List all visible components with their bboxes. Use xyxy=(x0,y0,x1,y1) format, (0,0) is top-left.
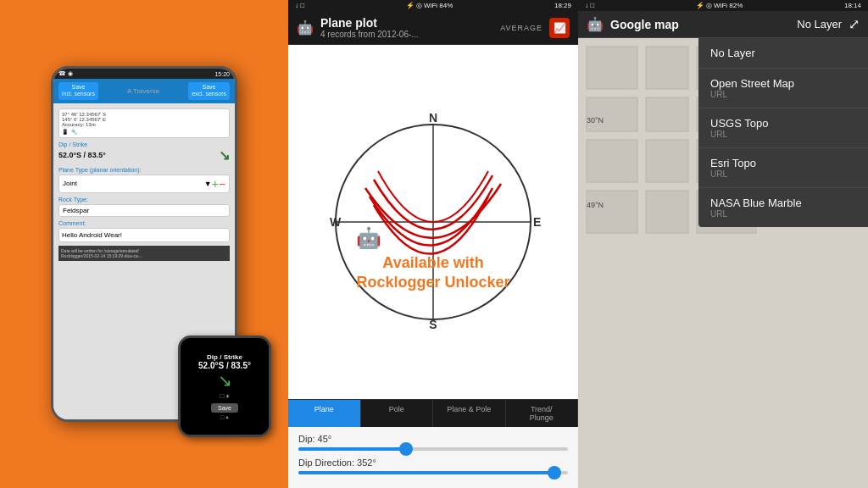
esri-topo-option-name: Esri Topo xyxy=(710,157,856,169)
svg-rect-18 xyxy=(646,191,688,233)
right-toolbar: 🤖 Google map No Layer ⤢ xyxy=(578,11,868,38)
save-incl-button[interactable]: Save incl. sensors xyxy=(58,82,98,100)
dip-strike-value: 52.0°S / 83.5° xyxy=(58,151,106,159)
svg-text:30°N: 30°N xyxy=(587,116,604,125)
svg-rect-8 xyxy=(587,47,637,89)
tab-pole[interactable]: Pole xyxy=(361,400,434,427)
middle-toolbar-title: Plane plot xyxy=(320,16,419,30)
add-icon[interactable]: + xyxy=(212,177,219,191)
right-status-icons: ⚡ ◎ WiFi 82% xyxy=(696,2,743,9)
openstreetmap-url: URL xyxy=(710,90,856,99)
plane-type-label: Plane Type (planar orientation): xyxy=(58,167,230,173)
watch-screen: Dip / Strike 52.0°S / 83.5° ↘ □ ♦ Save □… xyxy=(181,338,269,435)
nasa-blue-marble-url: URL xyxy=(710,209,856,219)
save-excl-button[interactable]: Save excl. sensors xyxy=(188,82,230,100)
dip-direction-slider-thumb[interactable] xyxy=(548,466,561,480)
svg-text:E: E xyxy=(533,215,541,229)
comment-label: Comment: xyxy=(58,220,230,226)
svg-text:W: W xyxy=(330,215,342,229)
watch-title: Dip / Strike xyxy=(207,353,242,361)
svg-rect-14 xyxy=(587,140,637,182)
overlay-text-line2: Rocklogger Unlocker xyxy=(356,273,509,292)
watch-value: 52.0°S / 83.5° xyxy=(198,361,251,370)
dropdown-item-openstreetmap[interactable]: Open Street Map URL xyxy=(698,69,868,108)
trend-icon[interactable]: 📈 xyxy=(549,18,570,38)
dip-slider-thumb[interactable] xyxy=(399,442,413,456)
dip-controls: Dip: 45° Dip Direction: 352° xyxy=(288,427,578,488)
watch-arrow: ↘ xyxy=(218,370,232,391)
dip-label: Dip: 45° xyxy=(298,434,568,444)
dip-slider[interactable] xyxy=(298,447,568,451)
right-status-time: 18:14 xyxy=(844,2,861,9)
dropdown-item-nasa-blue-marble[interactable]: NASA Blue Marble URL xyxy=(698,188,868,227)
middle-toolbar: 🤖 Plane plot 4 records from 2012-06-... … xyxy=(288,11,578,45)
gps-accuracy: Accuracy: 13m xyxy=(62,122,226,127)
svg-rect-11 xyxy=(587,97,637,131)
middle-status-time: 18:29 xyxy=(554,2,571,9)
watch-save-button[interactable]: Save xyxy=(211,403,238,413)
openstreetmap-option-name: Open Street Map xyxy=(710,77,856,90)
dip-slider-fill xyxy=(298,447,406,451)
stereonet-area: N S E W 🤖 Available with Rocklogger Unlo… xyxy=(288,45,578,399)
middle-status-bar: ↓ □ ⚡ ◎ WiFi 84% 18:29 xyxy=(288,0,578,11)
phone-toolbar: Save incl. sensors A Traverse Save excl.… xyxy=(53,79,235,103)
middle-panel: ↓ □ ⚡ ◎ WiFi 84% 18:29 🤖 Plane plot 4 re… xyxy=(288,0,578,488)
no-layer-option-name: No Layer xyxy=(710,47,856,59)
dip-direction-slider-fill xyxy=(298,471,554,474)
svg-text:49°N: 49°N xyxy=(587,201,604,209)
plane-type-input[interactable]: Joint ▼ + − xyxy=(58,175,230,193)
usgs-topo-url: URL xyxy=(710,130,856,139)
expand-icon[interactable]: ⤢ xyxy=(849,16,860,32)
phone-status-bar: ☎ ◉ 15:20 xyxy=(53,69,235,79)
dropdown-item-esri-topo[interactable]: Esri Topo URL xyxy=(698,148,868,188)
middle-status-icons: ⚡ ◎ WiFi 84% xyxy=(406,2,453,9)
map-background: 20°N 30°N 39°N 49°N ↑ No Layer Open Stre… xyxy=(578,38,868,488)
dip-row: Dip: 45° xyxy=(298,434,568,451)
data-path-info: Data will be written for /storage/emulat… xyxy=(58,246,230,261)
overlay-android-icon: 🤖 xyxy=(356,226,381,250)
no-layer-button[interactable]: No Layer xyxy=(797,18,842,30)
watch-icons: □ ♦ xyxy=(220,392,229,400)
rock-type-input[interactable]: Feldspar xyxy=(58,204,230,217)
nasa-blue-marble-option-name: NASA Blue Marble xyxy=(710,197,856,209)
svg-text:N: N xyxy=(429,112,437,125)
right-panel: ↓ □ ⚡ ◎ WiFi 82% 18:14 🤖 Google map No L… xyxy=(578,0,868,488)
svg-text:S: S xyxy=(429,318,437,331)
left-panel: ☎ ◉ 15:20 Save incl. sensors A Traverse … xyxy=(0,0,288,488)
svg-rect-17 xyxy=(587,191,637,233)
tab-plane[interactable]: Plane xyxy=(288,400,361,427)
phone-icon-1: 📱 xyxy=(62,129,68,135)
dip-direction-row: Dip Direction: 352° xyxy=(298,458,568,474)
phone-icon-2: 🔧 xyxy=(71,129,77,135)
right-status-left: ↓ □ xyxy=(585,2,594,9)
phone-status-right: 15:20 xyxy=(214,71,230,77)
dip-direction-label: Dip Direction: 352° xyxy=(298,458,568,468)
watch-bottom-icons: □ ♦ xyxy=(220,414,229,420)
compass-arrow: ↘ xyxy=(219,147,230,164)
dropdown-item-no-layer[interactable]: No Layer xyxy=(698,38,868,69)
average-badge: AVERAGE xyxy=(500,24,542,32)
phone-status-left: ☎ ◉ xyxy=(58,70,73,77)
svg-rect-9 xyxy=(646,47,688,89)
rock-type-value: Feldspar xyxy=(63,207,225,214)
gps-info: 37° 46' 12.34567' S 145° 0' 12.34567' E … xyxy=(58,108,230,138)
svg-rect-15 xyxy=(646,140,688,182)
layer-dropdown[interactable]: No Layer Open Street Map URL USGS Topo U… xyxy=(698,38,868,227)
tab-plane-pole[interactable]: Plane & Pole xyxy=(433,400,506,427)
stereonet-svg: N S E W xyxy=(323,112,543,332)
traverse-label: A Traverse xyxy=(127,87,159,95)
dip-strike-field-label: Dip / Strike xyxy=(58,141,230,147)
middle-android-icon: 🤖 xyxy=(297,19,314,36)
remove-icon[interactable]: − xyxy=(219,177,225,191)
overlay-text-line1: Available with xyxy=(356,253,509,273)
dropdown-item-usgs-topo[interactable]: USGS Topo URL xyxy=(698,108,868,148)
plane-type-value: Joint xyxy=(63,180,204,187)
svg-rect-12 xyxy=(646,97,688,131)
comment-area[interactable]: Hello Android Wear! xyxy=(58,228,230,242)
tab-trend-plunge[interactable]: Trend/ Plunge xyxy=(506,400,579,427)
dip-direction-slider[interactable] xyxy=(298,471,568,474)
watch-mockup: Dip / Strike 52.0°S / 83.5° ↘ □ ♦ Save □… xyxy=(178,336,271,437)
dropdown-chevron: ▼ xyxy=(204,180,212,188)
bottom-tabs: Plane Pole Plane & Pole Trend/ Plunge xyxy=(288,399,578,427)
middle-toolbar-right: AVERAGE 📈 xyxy=(500,18,570,38)
